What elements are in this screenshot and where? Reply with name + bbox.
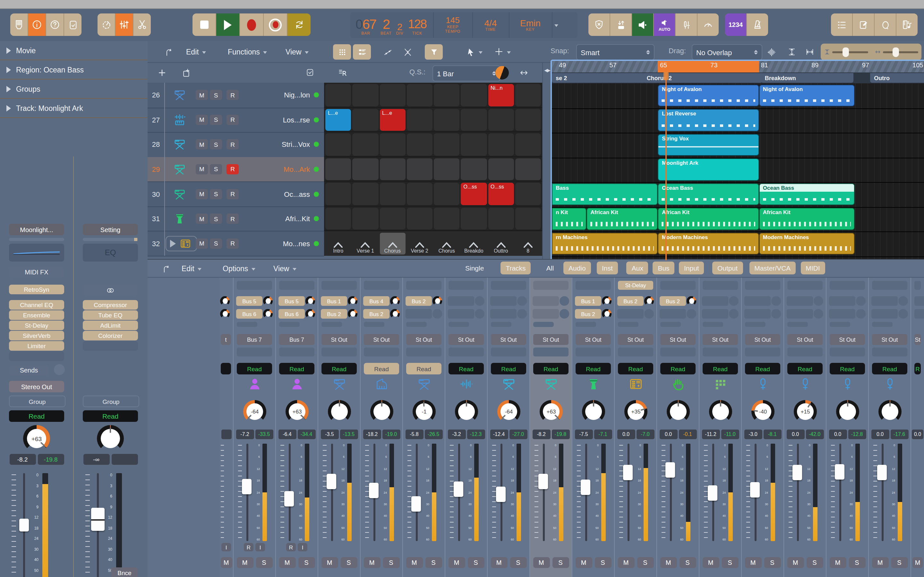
mixer-filter-midi[interactable]: MIDI [800,261,825,274]
input-monitor-button[interactable]: I [255,543,265,551]
back-arrow-button[interactable] [157,261,174,276]
send-knob[interactable] [687,296,696,306]
group-slot[interactable] [745,348,780,356]
loop-cell[interactable]: Ni...n [488,84,514,106]
send-slot[interactable] [829,309,866,319]
automation-mode-button[interactable]: Read [83,410,138,422]
send-knob[interactable] [263,309,273,319]
mute-button[interactable]: M [196,164,208,174]
library-button[interactable] [10,13,27,36]
mute-button[interactable]: M [196,139,208,150]
horizontal-zoom-slider[interactable] [871,49,921,55]
send-destination[interactable]: Bus 4 [363,296,389,306]
loop-cell[interactable] [407,208,433,230]
plugin-slot[interactable] [787,281,822,290]
send-destination[interactable] [787,309,813,319]
send-slot[interactable]: Bus 2 [363,309,400,319]
zoom-slider-track[interactable] [883,51,918,53]
scene-trigger[interactable]: Verse 2 [407,232,433,255]
send-knob[interactable] [687,309,696,319]
loop-cell[interactable] [461,109,487,131]
hzoom-button[interactable] [801,44,819,60]
solo-button[interactable]: S [210,115,222,125]
loop-cell[interactable] [488,208,514,230]
mute-button[interactable]: M [236,557,253,568]
bar-ruler[interactable]: 49576573818997105 [552,61,924,73]
solo-button[interactable]: S [806,557,823,568]
automation-mode-button[interactable]: Read [406,363,441,374]
record-enable-button[interactable]: R [226,238,239,248]
group-order-button[interactable] [334,65,352,80]
mixer-channel[interactable]: St OutRead0.0-12.80612182430405060MS [827,277,869,577]
send-destination[interactable]: Bus 5 [278,296,305,306]
track-row-26[interactable]: 26MSRNig...lon [148,83,324,108]
send-slot[interactable] [702,296,738,306]
plugin-slot[interactable] [237,281,272,290]
volume-value[interactable]: -7.5 [575,430,593,439]
send-knob[interactable] [305,309,315,319]
solo-button[interactable]: S [210,164,222,174]
loop-cell[interactable] [434,158,460,180]
send-destination[interactable] [533,309,559,319]
send-knob[interactable] [348,296,357,306]
group-slot[interactable] [279,348,314,356]
mixer-channel[interactable]: StR0.0M [911,277,924,577]
output-slot[interactable]: Bus 7 [237,334,272,345]
plugin-slot[interactable]: St-Delay [618,281,653,290]
loop-cell[interactable] [325,208,351,230]
mixer-channel[interactable]: Bus 2St OutRead-1-5.8-26.506121824304050… [403,277,445,577]
send-slot[interactable] [829,296,866,306]
mixer-channel[interactable]: St OutRead+63-8.2-19.80612182430405060MS [530,277,572,577]
grid-view-button[interactable] [333,44,351,60]
plugin-slot[interactable] [575,281,611,290]
pan-knob[interactable]: +35 [624,400,648,423]
volume-value[interactable]: 0.0 [787,430,804,439]
send-knob[interactable] [644,296,654,306]
automation-mode-button[interactable]: Read [237,363,272,374]
volume-value[interactable]: -3.2 [447,430,465,439]
note-pads-button[interactable] [853,13,874,36]
send-knob[interactable] [814,309,823,319]
pan-knob[interactable]: +63 [23,425,50,452]
capture-record-button[interactable] [264,13,287,36]
output-slot[interactable]: St Out [575,334,611,345]
loop-cell[interactable] [461,84,487,106]
send-destination[interactable]: Bus 1 [321,296,347,306]
audio-fx-empty-slot[interactable] [9,351,64,361]
plugin-slot[interactable] [321,281,357,290]
volume-value[interactable]: 0.0 [912,430,923,439]
output-slot[interactable]: St Out [830,334,865,345]
mute-button[interactable]: M [618,557,634,568]
send-destination[interactable]: Bus 6 [278,309,305,319]
group-slot[interactable] [533,348,569,356]
mute-button[interactable]: M [660,557,677,568]
pan-knob[interactable] [667,400,690,423]
lcd-display[interactable]: 067BAR 2BEAT 2DIV 128TICK 145 KEEP TEMPO… [351,12,577,38]
region-modern-machines[interactable]: Modern Machines [759,233,855,255]
automation-mode-button[interactable]: Read [618,363,653,374]
input-monitor-button[interactable]: I [298,543,307,551]
region-lost-reverse[interactable]: Lost Reverse [658,109,759,131]
marker-breakdown[interactable]: Breakdown [761,73,853,83]
group-slot[interactable] [449,348,484,356]
plugin-slot[interactable] [406,281,441,290]
mute-button[interactable]: M [406,557,423,568]
loop-cell[interactable] [352,84,379,106]
stereo-output-format-button[interactable] [83,285,138,295]
track-row-31[interactable]: 31MSRAfri...Kit [148,206,324,232]
send-destination[interactable] [829,296,855,306]
mute-button[interactable]: M [196,213,208,224]
loop-cell[interactable] [380,208,405,230]
fader-cap[interactable] [19,519,29,532]
send-slot[interactable]: Bus 2 [575,309,612,319]
loop-cell[interactable] [434,208,460,230]
automation-mode-button[interactable]: Read [533,363,569,374]
lcd-mode-chevron-icon[interactable] [552,12,560,38]
mixer-view-all[interactable]: All [541,261,559,274]
send-knob[interactable] [814,296,823,306]
audio-fx-slot[interactable]: AdLimit [83,321,138,330]
output-slot[interactable]: St Out [618,334,653,345]
plugin-slot[interactable] [533,281,569,290]
output-slot[interactable]: St Out [703,334,738,345]
loop-cell[interactable] [352,109,379,131]
